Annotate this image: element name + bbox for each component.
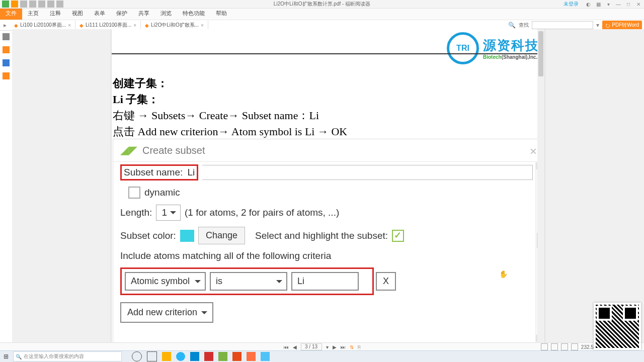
side-layers-icon[interactable] [3, 59, 10, 66]
criterion-remove-button[interactable]: X [376, 272, 396, 291]
doc-tab-2[interactable]: ◆Li2O中Li和O扩散系...× [141, 21, 208, 30]
window-title: Li2O中Li和O扩散系数计算.pdf - 福昕阅读器 [274, 1, 370, 8]
document-body: 创建子集： Li 子集： 右键 → Subsets→ Create→ Subse… [113, 75, 347, 140]
doc-tab-label: Li2O中Li和O扩散系... [151, 22, 199, 29]
app-icon[interactable] [218, 352, 227, 361]
doc-tab-label: Li100 Li20100界面... [20, 22, 66, 29]
line-4: 点击 Add new criterion→ Atom symbol is Li … [113, 124, 347, 140]
taskview-icon[interactable] [147, 351, 157, 361]
dynamic-checkbox[interactable] [128, 187, 140, 199]
login-link[interactable]: 未登录 [564, 1, 579, 8]
qat-redo-icon[interactable] [47, 1, 54, 8]
subset-name-highlight: Subset name: Li [120, 164, 198, 180]
page-scroll-thumb[interactable] [538, 31, 543, 76]
browser-icon[interactable] [176, 352, 185, 361]
nav-extra2-icon[interactable]: ⎘ [358, 344, 361, 350]
change-color-button[interactable]: Change [198, 227, 245, 244]
pdf-page: TRI 源资科技 Biotech(Shanghai),Inc. 创建子集： Li… [112, 29, 544, 343]
view-single-icon[interactable] [541, 343, 548, 350]
add-criterion-button[interactable]: Add new criterion [120, 302, 213, 323]
ppt-icon[interactable] [232, 352, 242, 361]
taskbar-search[interactable]: 🔍 在这里输入你要搜索的内容 [13, 351, 122, 361]
app3-icon[interactable] [261, 352, 270, 361]
search-placeholder: 在这里输入你要搜索的内容 [24, 353, 84, 360]
side-pages-icon[interactable] [3, 46, 10, 53]
qat-print-icon[interactable] [29, 1, 36, 8]
start-button[interactable]: ⊞ [0, 351, 12, 362]
next-page-icon[interactable]: ▶ [333, 344, 337, 350]
page-input[interactable]: 3 / 13 [301, 343, 322, 350]
app-logo-icon: ◢◤ [120, 144, 137, 157]
qat-undo-icon[interactable] [38, 1, 45, 8]
windows-taskbar: ⊞ 🔍 在这里输入你要搜索的内容 [0, 350, 644, 362]
header-rule [112, 53, 539, 54]
menu-help[interactable]: 帮助 [210, 7, 232, 20]
edge-icon[interactable] [190, 352, 199, 361]
qat-icon[interactable] [2, 1, 9, 8]
page-dropdown-icon[interactable]: ▾ [326, 344, 329, 350]
app2-icon[interactable] [247, 352, 256, 361]
skin-icon[interactable]: ◐ [585, 1, 592, 8]
doc-tab-0[interactable]: ◆Li100 Li20100界面...× [10, 21, 75, 30]
embedded-close-icon[interactable]: × [530, 144, 537, 158]
doc-tab-label: Li111 Li20100界面... [86, 22, 131, 29]
search-icon[interactable]: 🔍 [508, 22, 516, 29]
tab-close-icon[interactable]: × [133, 23, 136, 28]
length-hint: (1 for atoms, 2 for pairs of atoms, ...) [185, 207, 339, 218]
ribbon-mode-icon[interactable]: ▦ [595, 1, 602, 8]
menu-form[interactable]: 表单 [89, 7, 111, 20]
explorer-icon[interactable] [162, 352, 171, 361]
app-titlebar: Li2O中Li和O扩散系数计算.pdf - 福昕阅读器 未登录 ◐ ▦ ▾ — … [0, 0, 644, 9]
first-page-icon[interactable]: ⏮ [284, 344, 289, 350]
document-viewport[interactable]: TRI 源资科技 Biotech(Shanghai),Inc. 创建子集： Li… [12, 29, 644, 343]
criterion-field-select[interactable]: Atomic symbol [125, 272, 206, 291]
include-label: Include atoms matching all of the follow… [120, 250, 331, 261]
menu-file[interactable]: 文件 [0, 7, 22, 20]
pdf-icon: ◆ [14, 23, 18, 28]
find-dropdown-icon[interactable]: ▾ [596, 22, 599, 29]
tab-close-icon[interactable]: × [201, 23, 204, 28]
last-page-icon[interactable]: ⏭ [341, 344, 346, 350]
qat-save-icon[interactable] [20, 1, 27, 8]
criterion-op-select[interactable]: is [210, 272, 287, 291]
menu-view[interactable]: 视图 [66, 7, 89, 20]
highlight-checkbox[interactable] [392, 230, 404, 242]
side-panel-strip [0, 30, 12, 79]
cortana-icon[interactable] [132, 351, 142, 361]
menu-features[interactable]: 特色功能 [177, 7, 210, 20]
qat-open-icon[interactable] [11, 1, 18, 8]
tab-close-icon[interactable]: × [68, 23, 71, 28]
side-bookmarks-icon[interactable] [3, 33, 10, 40]
minimize-icon[interactable]: — [615, 1, 622, 8]
doc-tab-1[interactable]: ◆Li111 Li20100界面...× [75, 21, 141, 30]
prev-page-icon[interactable]: ◀ [293, 344, 297, 350]
subset-name-value: Li [186, 167, 195, 177]
close-icon[interactable]: ✕ [635, 1, 642, 8]
more-icon[interactable]: ▾ [605, 1, 612, 8]
tabs-dropdown-icon[interactable]: ▸ [0, 22, 10, 29]
page-scrollbar[interactable] [537, 29, 544, 343]
dynamic-label: dynamic [144, 187, 180, 198]
search-icon: 🔍 [16, 354, 22, 359]
foxit-icon[interactable] [204, 352, 213, 361]
find-input[interactable] [532, 21, 593, 29]
menu-browse[interactable]: 浏览 [155, 7, 177, 20]
menu-share[interactable]: 共享 [133, 7, 155, 20]
menu-protect[interactable]: 保护 [111, 7, 133, 20]
view-cont-icon[interactable] [551, 343, 558, 350]
create-subset-form: Subset name: Li dynamic Length: 1 (1 for… [120, 164, 533, 323]
view-facing-icon[interactable] [561, 343, 568, 350]
menu-comment[interactable]: 注释 [44, 7, 66, 20]
subset-name-input[interactable] [202, 165, 533, 180]
maximize-icon[interactable]: □ [625, 1, 632, 8]
menu-home[interactable]: 主页 [22, 7, 44, 20]
view-contfacing-icon[interactable] [571, 343, 578, 350]
taskbar-apps [132, 351, 270, 361]
side-attach-icon[interactable] [3, 72, 10, 79]
pdf-to-word-label: PDF转Word [612, 22, 639, 29]
length-select[interactable]: 1 [156, 205, 181, 221]
qat-more-icon[interactable] [56, 1, 63, 8]
nav-extra-icon[interactable]: ⇅ [350, 344, 354, 350]
criterion-value-input[interactable]: Li [291, 272, 359, 291]
pdf-to-word-button[interactable]: ⭮PDF转Word [602, 21, 642, 30]
